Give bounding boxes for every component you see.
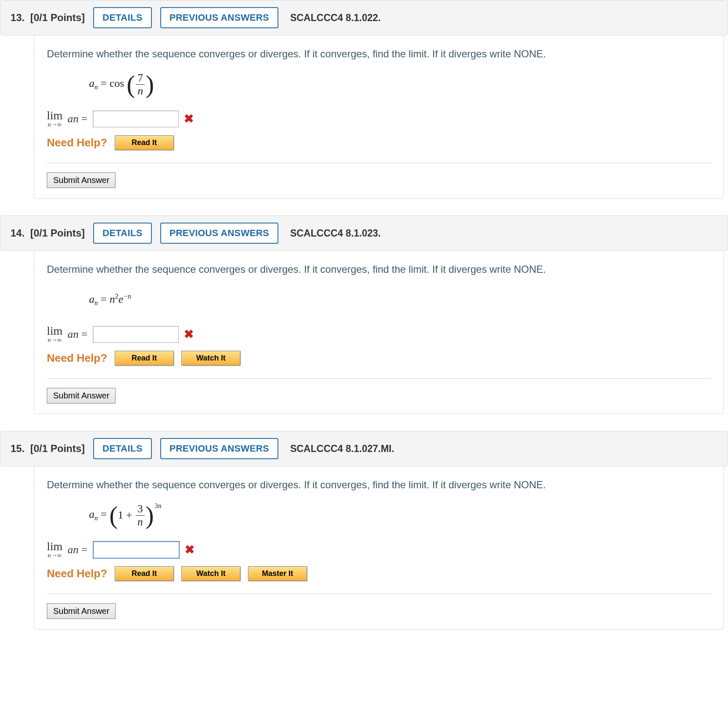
submit-area: Submit Answer	[47, 378, 711, 414]
question-reference: SCALCCC4 8.1.023.	[290, 228, 381, 239]
question-header: 15. [0/1 Points]DETAILSPREVIOUS ANSWERSS…	[0, 431, 728, 466]
a-n-equals: an =	[67, 328, 87, 341]
limit-row: limn→∞an =✖	[47, 110, 711, 128]
question-block: 13. [0/1 Points]DETAILSPREVIOUS ANSWERSS…	[0, 0, 728, 199]
wrong-icon: ✖	[185, 543, 194, 557]
details-button[interactable]: DETAILS	[93, 223, 152, 244]
need-help-label: Need Help?	[47, 352, 107, 365]
submit-area: Submit Answer	[47, 163, 711, 198]
watchit-button[interactable]: Watch It	[181, 351, 240, 366]
need-help-row: Need Help?Read It	[47, 135, 711, 150]
question-reference: SCALCCC4 8.1.027.MI.	[290, 443, 394, 455]
submit-answer-button[interactable]: Submit Answer	[47, 388, 116, 404]
question-body: Determine whether the sequence converges…	[34, 251, 724, 414]
readit-button[interactable]: Read It	[115, 135, 174, 150]
question-number-points: 13. [0/1 Points]	[11, 12, 85, 24]
submit-area: Submit Answer	[47, 594, 711, 629]
wrong-icon: ✖	[184, 112, 194, 126]
question-number-points: 15. [0/1 Points]	[11, 443, 85, 455]
need-help-label: Need Help?	[47, 136, 107, 149]
question-block: 15. [0/1 Points]DETAILSPREVIOUS ANSWERSS…	[0, 431, 728, 630]
previous-answers-button[interactable]: PREVIOUS ANSWERS	[160, 7, 278, 28]
question-header: 14. [0/1 Points]DETAILSPREVIOUS ANSWERSS…	[0, 215, 728, 251]
submit-answer-button[interactable]: Submit Answer	[47, 603, 116, 619]
question-prompt: Determine whether the sequence converges…	[47, 479, 711, 491]
question-body: Determine whether the sequence converges…	[34, 35, 724, 199]
details-button[interactable]: DETAILS	[93, 7, 152, 28]
answer-input[interactable]	[93, 326, 179, 343]
details-button[interactable]: DETAILS	[93, 438, 152, 459]
watchit-button[interactable]: Watch It	[181, 566, 240, 581]
limit-label: limn→∞	[47, 325, 62, 343]
question-body: Determine whether the sequence converges…	[34, 466, 724, 630]
question-header: 13. [0/1 Points]DETAILSPREVIOUS ANSWERSS…	[0, 0, 728, 35]
question-prompt: Determine whether the sequence converges…	[47, 264, 711, 275]
masterit-button[interactable]: Master It	[248, 566, 307, 581]
sequence-formula: an = cos(7n)	[89, 67, 711, 101]
readit-button[interactable]: Read It	[115, 351, 174, 366]
answer-input[interactable]	[93, 541, 180, 559]
previous-answers-button[interactable]: PREVIOUS ANSWERS	[160, 223, 278, 244]
limit-row: limn→∞an =✖	[47, 541, 711, 559]
limit-row: limn→∞an =✖	[47, 325, 711, 343]
a-n-equals: an =	[67, 543, 87, 556]
limit-label: limn→∞	[47, 110, 62, 128]
sequence-formula: an = n2e−n	[89, 283, 711, 317]
question-number-points: 14. [0/1 Points]	[11, 227, 85, 239]
wrong-icon: ✖	[184, 327, 194, 341]
question-block: 14. [0/1 Points]DETAILSPREVIOUS ANSWERSS…	[0, 215, 728, 414]
readit-button[interactable]: Read It	[115, 566, 174, 581]
question-reference: SCALCCC4 8.1.022.	[290, 12, 381, 24]
previous-answers-button[interactable]: PREVIOUS ANSWERS	[160, 438, 278, 459]
a-n-equals: an =	[67, 113, 87, 125]
need-help-row: Need Help?Read ItWatch It	[47, 351, 711, 366]
need-help-row: Need Help?Read ItWatch ItMaster It	[47, 566, 711, 581]
question-prompt: Determine whether the sequence converges…	[47, 48, 711, 60]
need-help-label: Need Help?	[47, 567, 107, 580]
limit-label: limn→∞	[47, 541, 62, 559]
submit-answer-button[interactable]: Submit Answer	[47, 172, 116, 188]
answer-input[interactable]	[93, 110, 179, 127]
sequence-formula: an =(1 + 3n)3n	[89, 498, 711, 532]
